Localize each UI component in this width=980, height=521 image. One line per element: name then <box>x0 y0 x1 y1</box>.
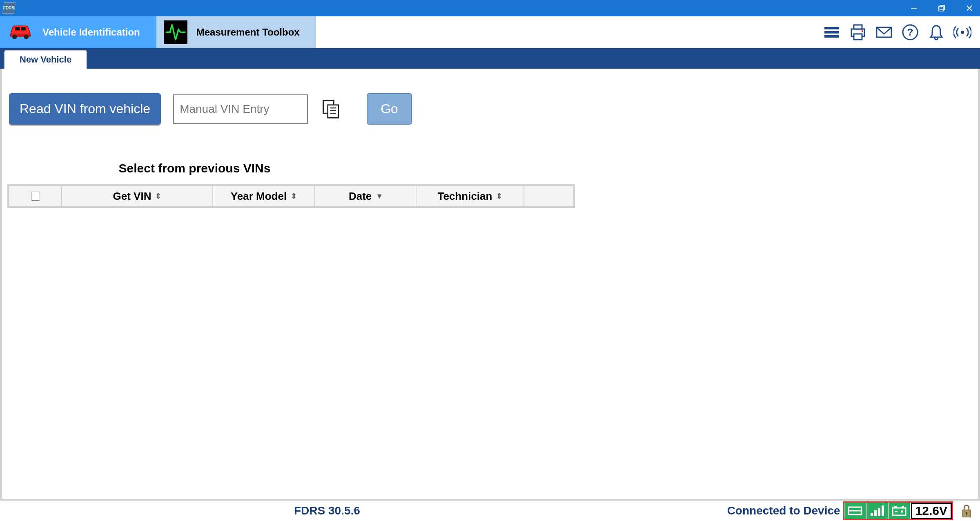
tab-measurement-toolbox[interactable]: Measurement Toolbox <box>156 16 316 48</box>
statusbar: FDRS 30.5.6 Connected to Device 12.6V <box>0 501 980 521</box>
col-year-model-label: Year Model <box>231 190 287 203</box>
window-maximize-button[interactable] <box>936 2 947 14</box>
table-header-row: Get VIN ⇕ Year Model ⇕ Date ▼ Technician… <box>9 186 573 206</box>
signal-strength-icon <box>866 503 888 519</box>
copy-icon[interactable] <box>320 98 342 120</box>
col-blank <box>523 186 573 206</box>
go-button[interactable]: Go <box>367 93 412 125</box>
menu-icon[interactable] <box>822 22 842 42</box>
svg-rect-40 <box>966 513 967 516</box>
svg-rect-34 <box>902 506 904 508</box>
sort-icon: ⇕ <box>291 192 297 201</box>
titlebar: FDRS <box>0 0 980 16</box>
col-year-model[interactable]: Year Model ⇕ <box>213 186 315 206</box>
tab-vehicle-identification[interactable]: Vehicle Identification <box>0 16 156 48</box>
device-indicators: 12.6V <box>843 501 953 520</box>
read-vin-label: Read VIN from vehicle <box>20 101 150 116</box>
svg-rect-29 <box>874 510 877 516</box>
sort-desc-icon: ▼ <box>376 192 383 201</box>
vci-connection-icon <box>844 503 866 519</box>
subtab-new-vehicle[interactable]: New Vehicle <box>4 50 87 69</box>
go-label: Go <box>381 101 398 116</box>
car-icon <box>7 21 33 43</box>
svg-rect-31 <box>882 505 884 516</box>
svg-rect-33 <box>894 506 897 508</box>
bell-icon[interactable] <box>926 22 947 42</box>
tab-measurement-label: Measurement Toolbox <box>196 27 300 38</box>
previous-vins-heading: Select from previous VINs <box>6 161 383 175</box>
voltage-reading: 12.6V <box>911 503 952 519</box>
mail-icon[interactable] <box>874 22 894 42</box>
svg-rect-28 <box>871 513 873 516</box>
col-get-vin[interactable]: Get VIN ⇕ <box>62 186 213 206</box>
broadcast-icon[interactable] <box>952 22 973 42</box>
window-close-button[interactable] <box>964 2 975 14</box>
pulse-icon <box>164 20 187 44</box>
svg-point-16 <box>862 30 863 32</box>
col-get-vin-label: Get VIN <box>113 190 151 203</box>
lock-icon[interactable] <box>957 501 976 520</box>
svg-point-7 <box>24 35 29 39</box>
read-vin-button[interactable]: Read VIN from vehicle <box>9 93 161 125</box>
window-minimize-button[interactable] <box>908 2 920 14</box>
col-technician[interactable]: Technician ⇕ <box>417 186 523 206</box>
vehicle-battery-icon <box>889 503 910 519</box>
device-status: Connected to Device <box>727 504 843 517</box>
col-date[interactable]: Date ▼ <box>315 186 417 206</box>
col-select-all[interactable] <box>9 186 62 206</box>
svg-rect-30 <box>878 508 880 516</box>
svg-rect-2 <box>939 7 943 11</box>
sort-icon: ⇕ <box>155 192 161 201</box>
svg-point-6 <box>12 35 17 39</box>
sort-icon: ⇕ <box>496 192 502 201</box>
printer-icon[interactable] <box>848 22 868 42</box>
svg-rect-9 <box>21 27 26 30</box>
content-area: Read VIN from vehicle Go Select from pre… <box>0 69 980 501</box>
help-icon[interactable]: ? <box>900 22 920 42</box>
col-date-label: Date <box>349 190 372 203</box>
previous-vins-table: Get VIN ⇕ Year Model ⇕ Date ▼ Technician… <box>7 184 575 208</box>
svg-point-20 <box>961 31 964 34</box>
svg-text:?: ? <box>907 27 913 38</box>
svg-rect-15 <box>854 34 862 40</box>
vin-input[interactable] <box>173 94 308 124</box>
subtab-new-vehicle-label: New Vehicle <box>20 54 71 65</box>
ribbon-icons: ? <box>822 16 980 48</box>
svg-rect-32 <box>893 508 906 515</box>
select-all-checkbox[interactable] <box>31 192 40 201</box>
tab-vehicle-id-label: Vehicle Identification <box>42 27 140 38</box>
col-technician-label: Technician <box>438 190 492 203</box>
svg-rect-1 <box>940 5 944 10</box>
svg-rect-22 <box>328 105 339 117</box>
svg-rect-14 <box>854 25 862 29</box>
app-icon: FDRS <box>2 2 16 14</box>
svg-rect-8 <box>15 27 20 30</box>
ribbon: Vehicle Identification Measurement Toolb… <box>0 16 980 48</box>
subbar: New Vehicle <box>0 48 980 69</box>
app-version: FDRS 30.5.6 <box>294 504 360 517</box>
